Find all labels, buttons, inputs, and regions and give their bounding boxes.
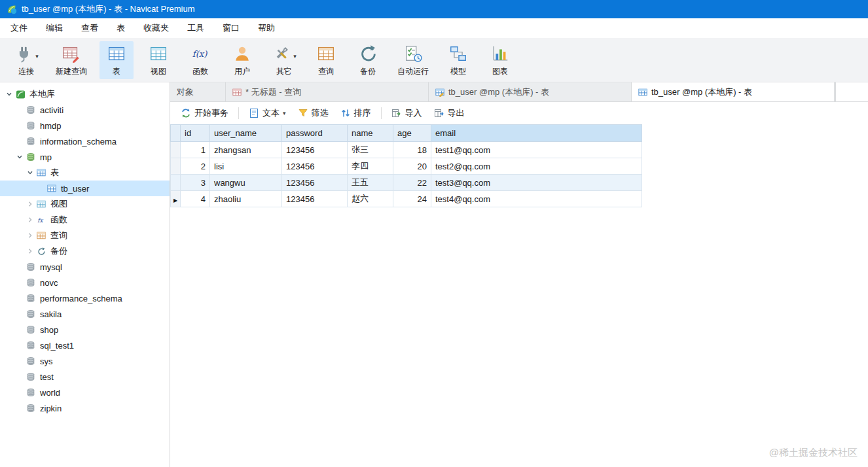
chevron-right-icon[interactable] bbox=[25, 232, 35, 239]
cell-name[interactable]: 赵六 bbox=[348, 191, 393, 207]
tree-item-db-information-schema[interactable]: information_schema bbox=[0, 133, 170, 149]
row-selector[interactable] bbox=[171, 175, 181, 191]
tree-item-mp-backups[interactable]: 备份 bbox=[0, 243, 170, 259]
toolbar-button-chart[interactable]: 图表 bbox=[483, 41, 517, 79]
tab-strip-end[interactable] bbox=[835, 82, 868, 101]
cell-email[interactable]: test2@qq.com bbox=[431, 158, 642, 175]
toolbar-button-view[interactable]: 视图 bbox=[141, 41, 175, 79]
tree-item-db-sys[interactable]: sys bbox=[0, 353, 170, 369]
row-selector[interactable]: ▶ bbox=[171, 191, 181, 207]
menu-item-edit[interactable]: 编辑 bbox=[37, 19, 72, 37]
tree-item-label: 备份 bbox=[50, 245, 67, 257]
menu-item-window[interactable]: 窗口 bbox=[213, 19, 249, 37]
chevron-right-icon[interactable] bbox=[25, 248, 35, 254]
toolbar-button-connection[interactable]: ▾连接 bbox=[9, 41, 43, 79]
column-header-user_name[interactable]: user_name bbox=[210, 125, 282, 142]
row-selector-header[interactable] bbox=[171, 125, 181, 142]
tree-item-db-mp[interactable]: mp bbox=[0, 149, 170, 165]
table-toolbar-filter-button[interactable]: 筛选 bbox=[293, 104, 334, 122]
column-header-name[interactable]: name bbox=[348, 125, 393, 142]
cell-password[interactable]: 123456 bbox=[282, 158, 348, 175]
table-toolbar-text-button[interactable]: 文本▾ bbox=[244, 104, 291, 122]
cell-age[interactable]: 24 bbox=[393, 191, 431, 207]
tree-item-db-hmdp[interactable]: hmdp bbox=[0, 118, 170, 133]
table-toolbar-sort-button[interactable]: 排序 bbox=[335, 104, 376, 122]
chevron-down-icon[interactable] bbox=[4, 91, 14, 97]
tree-item-db-sql-test1[interactable]: sql_test1 bbox=[0, 337, 170, 353]
tree-item-db-novc[interactable]: novc bbox=[0, 275, 170, 290]
table-toolbar-import-button[interactable]: 导入 bbox=[386, 104, 427, 122]
toolbar-button-model[interactable]: 模型 bbox=[441, 41, 475, 79]
tab-tb-user-table-1[interactable]: tb_user @mp (本地库) - 表 bbox=[429, 82, 632, 101]
cell-id[interactable]: 2 bbox=[181, 158, 210, 175]
cell-id[interactable]: 1 bbox=[181, 142, 210, 158]
tab-tb-user-table-2[interactable]: tb_user @mp (本地库) - 表 bbox=[632, 82, 835, 101]
tab-untitled-query[interactable]: * 无标题 - 查询 bbox=[226, 82, 429, 101]
menu-item-table[interactable]: 表 bbox=[107, 19, 134, 37]
tree-item-mp-views[interactable]: 视图 bbox=[0, 196, 170, 212]
tree-item-db-mysql[interactable]: mysql bbox=[0, 259, 170, 275]
chevron-down-icon[interactable] bbox=[25, 169, 35, 176]
cell-name[interactable]: 王五 bbox=[348, 175, 393, 191]
table-toolbar-export-button[interactable]: 导出 bbox=[429, 104, 470, 122]
row-selector[interactable] bbox=[171, 142, 181, 158]
cell-user_name[interactable]: zhaoliu bbox=[210, 191, 282, 207]
menu-item-file[interactable]: 文件 bbox=[1, 19, 37, 37]
cell-id[interactable]: 3 bbox=[181, 175, 210, 191]
toolbar-button-automation[interactable]: 自动运行 bbox=[393, 41, 433, 79]
dropdown-caret-icon[interactable]: ▾ bbox=[35, 53, 39, 60]
cell-age[interactable]: 20 bbox=[393, 158, 431, 175]
other-icon bbox=[272, 44, 291, 63]
toolbar-button-other[interactable]: ▾其它 bbox=[267, 41, 301, 79]
cell-age[interactable]: 18 bbox=[393, 142, 431, 158]
toolbar-button-user[interactable]: 用户 bbox=[225, 41, 259, 79]
tree-item-db-world[interactable]: world bbox=[0, 385, 170, 400]
toolbar-button-new-query[interactable]: 新建查询 bbox=[51, 41, 92, 79]
chevron-down-icon[interactable] bbox=[14, 154, 25, 160]
toolbar-button-query[interactable]: 查询 bbox=[309, 41, 343, 79]
cell-name[interactable]: 李四 bbox=[348, 158, 393, 175]
menu-item-view[interactable]: 查看 bbox=[72, 19, 107, 37]
dropdown-caret-icon[interactable]: ▾ bbox=[283, 110, 286, 116]
tree-item-local-connection[interactable]: 本地库 bbox=[0, 86, 170, 102]
cell-name[interactable]: 张三 bbox=[348, 142, 393, 158]
tree-item-db-performance-schema[interactable]: performance_schema bbox=[0, 290, 170, 306]
menu-item-help[interactable]: 帮助 bbox=[249, 19, 284, 37]
toolbar-button-function[interactable]: f(x)函数 bbox=[183, 41, 217, 79]
cell-email[interactable]: test3@qq.com bbox=[431, 175, 642, 191]
cell-password[interactable]: 123456 bbox=[282, 191, 348, 207]
menu-item-tools[interactable]: 工具 bbox=[178, 19, 213, 37]
column-header-id[interactable]: id bbox=[181, 125, 210, 142]
cell-user_name[interactable]: zhangsan bbox=[210, 142, 282, 158]
tree-item-table-tb-user[interactable]: tb_user bbox=[0, 181, 170, 196]
tree-item-db-shop[interactable]: shop bbox=[0, 322, 170, 337]
cell-user_name[interactable]: wangwu bbox=[210, 175, 282, 191]
toolbar-button-backup[interactable]: 备份 bbox=[351, 41, 385, 79]
cell-password[interactable]: 123456 bbox=[282, 142, 348, 158]
column-header-password[interactable]: password bbox=[282, 125, 348, 142]
menu-item-favorites[interactable]: 收藏夹 bbox=[134, 19, 178, 37]
cell-age[interactable]: 22 bbox=[393, 175, 431, 191]
dropdown-caret-icon[interactable]: ▾ bbox=[293, 53, 297, 60]
chevron-right-icon[interactable] bbox=[25, 201, 35, 207]
cell-user_name[interactable]: lisi bbox=[210, 158, 282, 175]
row-selector[interactable] bbox=[171, 158, 181, 175]
cell-id[interactable]: 4 bbox=[181, 191, 210, 207]
cell-email[interactable]: test1@qq.com bbox=[431, 142, 642, 158]
column-header-age[interactable]: age bbox=[393, 125, 431, 142]
cell-password[interactable]: 123456 bbox=[282, 175, 348, 191]
column-header-email[interactable]: email bbox=[431, 125, 642, 142]
tree-item-db-zipkin[interactable]: zipkin bbox=[0, 400, 170, 416]
tree-item-mp-functions[interactable]: fx函数 bbox=[0, 212, 170, 228]
chevron-right-icon[interactable] bbox=[25, 216, 35, 223]
cell-email[interactable]: test4@qq.com bbox=[431, 191, 642, 207]
tab-objects[interactable]: 对象 bbox=[170, 82, 226, 101]
tree-item-mp-tables[interactable]: 表 bbox=[0, 165, 170, 181]
tree-item-db-sakila[interactable]: sakila bbox=[0, 306, 170, 322]
tree-item-db-test[interactable]: test bbox=[0, 369, 170, 385]
tree-item-mp-queries[interactable]: 查询 bbox=[0, 228, 170, 243]
table-toolbar-begin-transaction-button[interactable]: 开始事务 bbox=[175, 104, 234, 122]
tree-item-db-activiti[interactable]: activiti bbox=[0, 102, 170, 118]
toolbar-icon-row bbox=[107, 43, 126, 64]
toolbar-button-table[interactable]: 表 bbox=[99, 41, 134, 79]
